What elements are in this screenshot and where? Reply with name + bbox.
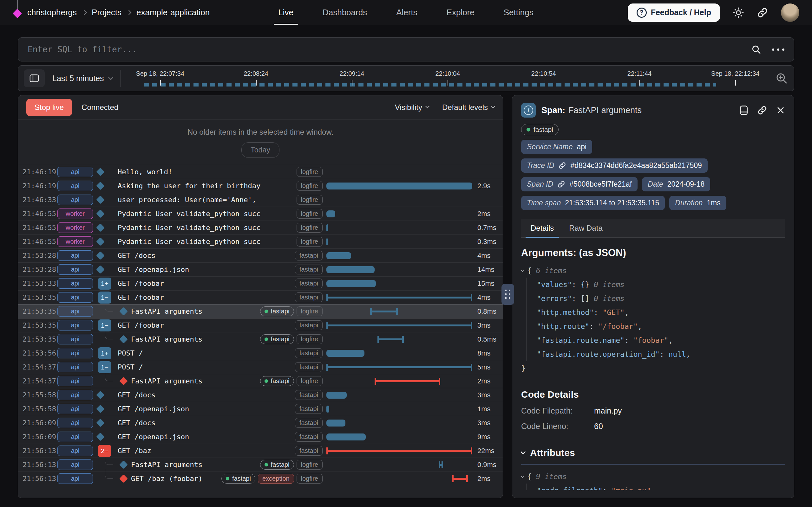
tag-fastapi[interactable]: fastapi bbox=[260, 306, 294, 316]
service-badge-api[interactable]: api bbox=[57, 278, 93, 289]
tag-logfire[interactable]: logfire bbox=[297, 306, 322, 316]
tag-fastapi[interactable]: fastapi bbox=[295, 404, 322, 414]
service-badge-api[interactable]: api bbox=[57, 264, 93, 275]
expand-collapse-chip[interactable]: 1− bbox=[98, 320, 111, 331]
trace-row[interactable]: 21:55:58apiGET /docsfastapi3ms bbox=[18, 388, 503, 402]
toggle-sidebar-icon[interactable] bbox=[24, 69, 45, 87]
theme-toggle-icon[interactable] bbox=[733, 7, 744, 18]
trace-row[interactable]: 21:53:28apiGET /openapi.jsonfastapi14ms bbox=[18, 262, 503, 276]
trace-row[interactable]: 21:56:13api2−GET /bazfastapi22ms bbox=[18, 444, 503, 458]
json-expander-icon[interactable] bbox=[521, 474, 525, 478]
tag-logfire[interactable]: logfire bbox=[297, 376, 322, 386]
tag-logfire[interactable]: logfire bbox=[297, 334, 322, 344]
tag-fastapi[interactable]: fastapi bbox=[221, 474, 255, 484]
trace-row[interactable]: 21:53:35apiFastAPI argumentsfastapilogfi… bbox=[18, 304, 503, 318]
tag-fastapi[interactable]: fastapi bbox=[295, 418, 322, 428]
trace-row[interactable]: 21:54:37apiFastAPI argumentsfastapilogfi… bbox=[18, 374, 503, 388]
detail-tab-raw-data[interactable]: Raw Data bbox=[561, 219, 610, 237]
tag-logfire[interactable]: logfire bbox=[297, 460, 322, 469]
detail-tab-details[interactable]: Details bbox=[523, 219, 561, 237]
copy-link-icon[interactable] bbox=[757, 105, 767, 115]
service-badge-api[interactable]: api bbox=[57, 376, 93, 386]
trace-row[interactable]: 21:56:09apiGET /openapi.jsonfastapi9ms bbox=[18, 430, 503, 444]
trace-row[interactable]: 21:56:13apiGET /baz (foobar)fastapiexcep… bbox=[18, 471, 503, 486]
tag-fastapi[interactable]: fastapi bbox=[295, 362, 322, 372]
tag-logfire[interactable]: logfire bbox=[297, 474, 322, 484]
trace-row[interactable]: 21:55:58apiGET /openapi.jsonfastapi1ms bbox=[18, 402, 503, 416]
trace-row[interactable]: 21:53:35api1−GET /foobarfastapi4ms bbox=[18, 290, 503, 304]
time-range-dropdown[interactable]: Last 5 minutes bbox=[52, 74, 113, 83]
service-badge-api[interactable]: api bbox=[57, 320, 93, 331]
breadcrumb-item[interactable]: Projects bbox=[92, 8, 121, 17]
tag-fastapi[interactable]: fastapi bbox=[295, 320, 322, 330]
tag-logfire[interactable]: logfire bbox=[297, 195, 322, 205]
trace-row[interactable]: 21:53:33api1+GET /foobarfastapi15ms bbox=[18, 276, 503, 290]
service-badge-api[interactable]: api bbox=[57, 418, 93, 428]
trace-row[interactable]: 21:46:55workerPydantic User validate_pyt… bbox=[18, 221, 503, 234]
expand-collapse-chip[interactable]: 1− bbox=[98, 361, 111, 373]
tab-live[interactable]: Live bbox=[264, 0, 308, 25]
stop-live-button[interactable]: Stop live bbox=[26, 99, 72, 116]
service-badge-api[interactable]: api bbox=[57, 432, 93, 442]
trace-row[interactable]: 21:54:37api1−POST /fastapi5ms bbox=[18, 360, 503, 374]
service-badge-worker[interactable]: worker bbox=[57, 236, 93, 247]
default-levels-dropdown[interactable]: Default levels bbox=[442, 103, 495, 112]
tag-fastapi[interactable]: fastapi bbox=[295, 250, 322, 261]
service-badge-api[interactable]: api bbox=[57, 459, 93, 470]
zoom-in-icon[interactable] bbox=[775, 72, 788, 85]
trace-row[interactable]: 21:53:35apiFastAPI argumentsfastapilogfi… bbox=[18, 332, 503, 346]
trace-row[interactable]: 21:56:13apiFastAPI argumentsfastapilogfi… bbox=[18, 458, 503, 471]
tag-exception[interactable]: exception bbox=[258, 474, 294, 484]
expand-collapse-chip[interactable]: 1+ bbox=[98, 347, 111, 359]
tab-dashboards[interactable]: Dashboards bbox=[308, 0, 382, 25]
trace-row[interactable]: 21:53:28apiGET /docsfastapi4ms bbox=[18, 248, 503, 262]
service-badge-api[interactable]: api bbox=[57, 390, 93, 400]
chip-span-id[interactable]: Span ID#5008bce5f7fe21af bbox=[521, 177, 638, 191]
trace-row[interactable]: 21:53:56api1+POST /fastapi8ms bbox=[18, 346, 503, 360]
service-badge-api[interactable]: api bbox=[57, 446, 93, 456]
service-badge-api[interactable]: api bbox=[57, 306, 93, 317]
today-button[interactable]: Today bbox=[241, 142, 279, 158]
tab-explore[interactable]: Explore bbox=[432, 0, 489, 25]
service-badge-api[interactable]: api bbox=[57, 250, 93, 261]
service-badge-api[interactable]: api bbox=[57, 473, 93, 484]
tag-logfire[interactable]: logfire bbox=[297, 209, 322, 219]
trace-row[interactable]: 21:46:55workerPydantic User validate_pyt… bbox=[18, 234, 503, 248]
chip-trace-id[interactable]: Trace ID#d834c3374dd6fa2e4aa82a55ab21750… bbox=[521, 158, 708, 173]
tag-logfire[interactable]: logfire bbox=[297, 167, 322, 177]
open-drawer-icon[interactable] bbox=[740, 105, 748, 115]
service-tag-pill[interactable]: fastapi bbox=[521, 124, 559, 135]
tag-fastapi[interactable]: fastapi bbox=[295, 390, 322, 400]
service-badge-api[interactable]: api bbox=[57, 194, 93, 205]
more-options-icon[interactable] bbox=[772, 49, 784, 51]
service-badge-api[interactable]: api bbox=[57, 404, 93, 414]
sql-filter-input[interactable] bbox=[28, 45, 740, 54]
tag-fastapi[interactable]: fastapi bbox=[260, 460, 294, 469]
tag-fastapi[interactable]: fastapi bbox=[295, 292, 322, 302]
close-icon[interactable] bbox=[776, 106, 785, 115]
trace-row[interactable]: 21:46:19apiAsking the user for their bir… bbox=[18, 179, 503, 193]
tag-fastapi[interactable]: fastapi bbox=[295, 348, 322, 358]
service-badge-api[interactable]: api bbox=[57, 362, 93, 372]
trace-row[interactable]: 21:53:35api1−GET /foobarfastapi3ms bbox=[18, 318, 503, 332]
service-badge-worker[interactable]: worker bbox=[57, 209, 93, 219]
trace-row[interactable]: 21:46:19apiHello, world!logfire bbox=[18, 165, 503, 179]
breadcrumb-item[interactable]: christophergs bbox=[27, 8, 77, 17]
breadcrumb-item[interactable]: example-application bbox=[136, 8, 210, 17]
tag-fastapi[interactable]: fastapi bbox=[260, 376, 294, 386]
feedback-help-button[interactable]: ? Feedback / Help bbox=[628, 3, 720, 22]
tag-fastapi[interactable]: fastapi bbox=[295, 446, 322, 456]
expand-collapse-chip[interactable]: 1− bbox=[98, 291, 111, 303]
trace-row[interactable]: 21:56:09apiGET /docsfastapi3ms bbox=[18, 416, 503, 430]
tag-logfire[interactable]: logfire bbox=[297, 223, 322, 233]
tag-logfire[interactable]: logfire bbox=[297, 181, 322, 191]
tag-logfire[interactable]: logfire bbox=[297, 237, 322, 246]
visibility-dropdown[interactable]: Visibility bbox=[395, 103, 429, 112]
tag-fastapi[interactable]: fastapi bbox=[260, 334, 294, 344]
service-badge-api[interactable]: api bbox=[57, 348, 93, 358]
json-expander-icon[interactable] bbox=[521, 268, 525, 272]
trace-row[interactable]: 21:46:55workerPydantic User validate_pyt… bbox=[18, 207, 503, 221]
service-badge-worker[interactable]: worker bbox=[57, 222, 93, 233]
tab-settings[interactable]: Settings bbox=[489, 0, 548, 25]
expand-collapse-chip[interactable]: 1+ bbox=[98, 278, 111, 290]
